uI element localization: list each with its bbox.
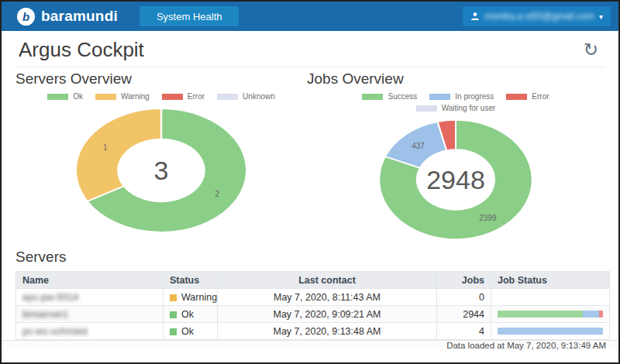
legend-label: Warning (121, 92, 150, 101)
name-cell: pc-ws-schmied (16, 323, 164, 340)
data-loaded-text: Data loaded at May 7, 2020, 9:13:49 AM (446, 341, 618, 350)
status-label: Warning (181, 292, 217, 303)
status-cell: Ok (164, 323, 218, 340)
servers-table-body: epc-pw-5014WarningMay 7, 2020, 8:11:43 A… (16, 289, 610, 340)
slice-value-label: 2399 (479, 213, 496, 221)
slice-value-label: 1 (103, 143, 108, 151)
page-head: Argus Cockpit ↻ (16, 31, 604, 67)
status-square-icon (170, 328, 177, 335)
name-cell: bmserver1 (16, 306, 164, 323)
legend-label: In progress (455, 92, 494, 101)
job-status-bar (498, 311, 603, 318)
servers-table-head: NameStatusLast contactJobsJob Status (16, 272, 610, 289)
legend-swatch (47, 94, 68, 100)
nav-tab-system-health[interactable]: System Health (140, 6, 239, 26)
server-name: epc-pw-5014 (22, 292, 78, 303)
jobs-count-cell: 2944 (437, 306, 491, 323)
jobs-overview-section: Jobs Overview SuccessIn progressErrorWai… (307, 70, 604, 247)
job-status-bar-segment (498, 328, 603, 335)
legend-item-warning[interactable]: Warning (95, 92, 150, 101)
servers-overview-title: Servers Overview (16, 70, 307, 88)
servers-overview-section: Servers Overview OkWarningErrorUnknown 2… (16, 70, 307, 247)
donut-slice-warning[interactable] (76, 108, 161, 201)
legend-swatch (429, 94, 450, 100)
jobs-legend: SuccessIn progressErrorWaiting for user (328, 92, 584, 112)
brand-name: baramundi (41, 8, 118, 25)
job-status-cell (491, 306, 610, 323)
column-header-status: Status (164, 272, 218, 289)
server-name: bmserver1 (22, 309, 68, 320)
legend-item-in-progress[interactable]: In progress (429, 92, 494, 101)
legend-label: Error (188, 92, 205, 101)
legend-swatch (506, 94, 527, 100)
servers-table: NameStatusLast contactJobsJob Status epc… (16, 271, 610, 340)
user-menu[interactable]: monika.a.st50@gmail.com ▾ (463, 6, 611, 26)
legend-label: Error (532, 92, 549, 101)
slice-value-label: 2 (215, 190, 220, 198)
column-header-last-contact: Last contact (218, 272, 437, 289)
last-contact-cell: May 7, 2020, 9:13:48 AM (218, 323, 437, 340)
top-bar: b baramundi System Health monika.a.st50@… (2, 2, 618, 31)
donut-center-total: 3 (154, 156, 169, 186)
table-row[interactable]: bmserver1OkMay 7, 2020, 9:09:21 AM2944 (16, 306, 610, 323)
status-cell: Warning (164, 289, 218, 306)
job-status-bar (498, 328, 603, 335)
column-header-name: Name (16, 272, 164, 289)
legend-item-error[interactable]: Error (506, 92, 549, 101)
charts-row: Servers Overview OkWarningErrorUnknown 2… (16, 70, 604, 247)
legend-label: Unknown (243, 92, 275, 101)
legend-label: Success (388, 92, 417, 101)
jobs-count-cell: 0 (437, 289, 491, 306)
job-status-bar-segment (498, 311, 583, 318)
job-status-bar-segment (583, 311, 599, 318)
user-icon (470, 12, 480, 21)
legend-label: Ok (73, 92, 83, 101)
legend-swatch (162, 94, 183, 100)
legend-swatch (362, 94, 383, 100)
name-cell: epc-pw-5014 (16, 289, 164, 306)
jobs-donut-chart[interactable]: 23994372948 (375, 117, 536, 242)
legend-item-error[interactable]: Error (162, 92, 205, 101)
status-square-icon (170, 311, 177, 318)
slice-value-label: 437 (412, 141, 425, 149)
user-email: monika.a.st50@gmail.com (484, 11, 594, 22)
job-status-cell (491, 289, 610, 306)
legend-item-waiting-for-user[interactable]: Waiting for user (416, 104, 496, 112)
legend-label: Waiting for user (442, 104, 496, 112)
column-header-jobs: Jobs (437, 272, 491, 289)
column-header-job-status: Job Status (491, 272, 610, 289)
legend-item-unknown[interactable]: Unknown (217, 92, 275, 101)
baramundi-logo-icon: b (17, 8, 35, 26)
job-status-bar-segment (599, 311, 603, 318)
legend-item-success[interactable]: Success (362, 92, 417, 101)
status-cell: Ok (164, 306, 218, 323)
servers-donut-chart[interactable]: 213 (71, 105, 251, 235)
status-label: Ok (181, 326, 194, 337)
refresh-button[interactable]: ↻ (579, 41, 603, 59)
chevron-down-icon: ▾ (599, 12, 603, 21)
status-bar: Data loaded at May 7, 2020, 9:13:49 AM (2, 340, 618, 350)
app-window: b baramundi System Health monika.a.st50@… (0, 0, 620, 364)
server-name: pc-ws-schmied (22, 326, 87, 337)
last-contact-cell: May 7, 2020, 8:11:43 AM (218, 289, 437, 306)
legend-swatch (217, 94, 238, 100)
servers-table-section: Servers NameStatusLast contactJobsJob St… (16, 249, 604, 340)
donut-center-total: 2948 (426, 165, 485, 195)
page-title: Argus Cockpit (19, 38, 144, 62)
servers-legend: OkWarningErrorUnknown (41, 92, 281, 101)
legend-swatch (95, 94, 116, 100)
legend-swatch (416, 105, 437, 112)
jobs-count-cell: 4 (437, 323, 491, 340)
table-row[interactable]: pc-ws-schmiedOkMay 7, 2020, 9:13:48 AM4 (16, 323, 610, 340)
main-content: Argus Cockpit ↻ Servers Overview OkWarni… (2, 31, 618, 342)
job-status-cell (491, 323, 610, 340)
last-contact-cell: May 7, 2020, 9:09:21 AM (218, 306, 437, 323)
legend-item-ok[interactable]: Ok (47, 92, 83, 101)
status-square-icon (170, 294, 177, 301)
jobs-overview-title: Jobs Overview (307, 70, 604, 88)
brand: b baramundi (17, 8, 118, 26)
servers-table-title: Servers (16, 249, 604, 266)
status-label: Ok (181, 309, 194, 320)
table-row[interactable]: epc-pw-5014WarningMay 7, 2020, 8:11:43 A… (16, 289, 610, 306)
